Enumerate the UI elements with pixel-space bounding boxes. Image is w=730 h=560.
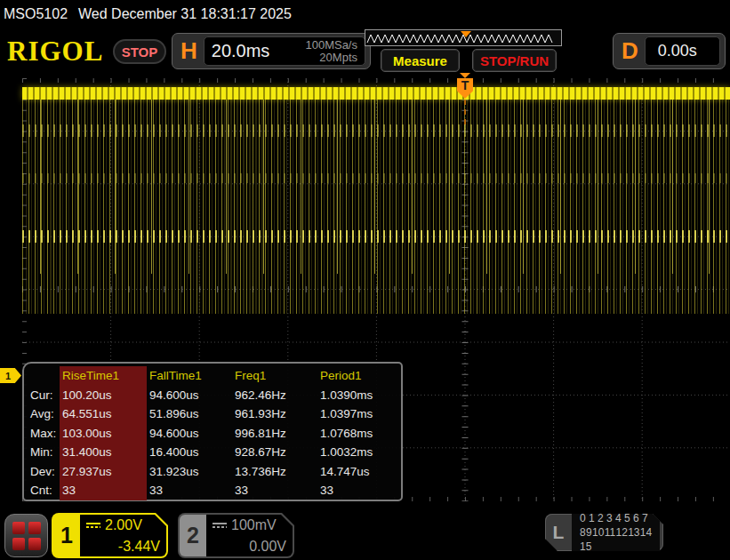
red-square-icon <box>12 538 25 550</box>
meas-value: 94.600us <box>147 386 232 405</box>
meas-row-label: Avg: <box>28 404 60 424</box>
meas-value: 94.600us <box>147 424 232 444</box>
trigger-position-dashed-line <box>464 100 466 124</box>
waveform-overview-strip[interactable] <box>365 29 562 46</box>
meas-value: 33 <box>317 481 403 500</box>
channel-1-scale: 2.00V <box>105 517 142 533</box>
meas-value: 962.46Hz <box>232 386 317 405</box>
dc-coupling-icon <box>213 523 227 528</box>
logic-analyzer-label: L <box>545 522 572 543</box>
channel-2-number: 2 <box>180 515 206 556</box>
meas-value: 33 <box>232 481 317 500</box>
ch1-waveform-top-band <box>22 87 730 100</box>
stop-run-button[interactable]: STOP/RUN <box>472 49 557 72</box>
logic-channel-numbers: 0 1 2 3 4 5 6 7 8 9 10 11 12 13 14 15 <box>572 509 660 556</box>
channel-1-offset: -3.44V <box>86 539 160 555</box>
status-bar: MSO5102 Wed December 31 18:31:17 2025 <box>0 0 730 28</box>
meas-row-label: Cur: <box>28 386 60 405</box>
meas-value: 64.551us <box>60 404 147 424</box>
meas-value: 31.923us <box>147 462 232 482</box>
channel-1-number: 1 <box>53 515 80 556</box>
logic-analyzer-badge[interactable]: L 0 1 2 3 4 5 6 7 8 9 10 11 12 13 14 15 <box>545 514 663 551</box>
meas-value: 961.93Hz <box>232 404 317 424</box>
meas-value: 1.0397ms <box>317 404 403 424</box>
channel-2-offset: 0.00V <box>213 539 286 555</box>
meas-value: 100.20us <box>60 386 147 405</box>
meas-value: 14.747us <box>317 462 403 482</box>
meas-col-header[interactable]: Period1 <box>317 366 403 386</box>
trigger-delay-panel[interactable]: D 0.00s <box>613 33 726 69</box>
ch1-waveform-intensity-band <box>22 173 730 183</box>
ch1-waveform-intensity-band <box>22 124 730 137</box>
meas-value: 103.00us <box>60 424 147 444</box>
meas-value: 27.937us <box>60 462 147 482</box>
datetime: Wed December 31 18:31:17 2025 <box>78 6 292 22</box>
meas-col-header[interactable]: RiseTime1 <box>60 366 147 386</box>
ch1-waveform-endpoints-band <box>22 230 730 243</box>
ch1-offset-marker[interactable]: 1 <box>0 368 21 383</box>
channel-2-scale: 100mV <box>231 517 277 533</box>
meas-row-label: Dev: <box>28 462 60 482</box>
measure-button[interactable]: Measure <box>381 49 460 72</box>
meas-row-label: Min: <box>28 443 60 462</box>
acquisition-status-badge: STOP <box>113 39 166 64</box>
meas-col-header[interactable]: Freq1 <box>232 366 317 386</box>
meas-value: 928.67Hz <box>232 443 317 462</box>
meas-value: 16.400us <box>147 443 232 462</box>
rigol-logo: RIGOL <box>7 36 103 68</box>
meas-value: 1.0032ms <box>317 443 403 462</box>
delay-value: 0.00s <box>653 42 697 60</box>
horizontal-timebase-panel[interactable]: H 20.0ms 100MSa/s 20Mpts <box>172 33 371 69</box>
logic-channels-0-7: 0 1 2 3 4 5 6 7 <box>580 512 648 524</box>
red-square-icon <box>12 522 25 534</box>
meas-value: 1.0390ms <box>317 386 403 405</box>
channel-2-badge[interactable]: 2 100mV 0.00V <box>178 513 294 558</box>
meas-value: 13.736Hz <box>232 462 317 482</box>
meas-value: 1.0768ms <box>317 424 403 444</box>
red-square-icon <box>28 538 41 550</box>
model-name: MSO5102 <box>4 6 68 22</box>
timebase-value: 20.0ms <box>212 41 306 61</box>
meas-corner-cell <box>28 366 60 386</box>
memory-depth: 20Mpts <box>319 51 357 64</box>
oscilloscope-screen: MSO5102 Wed December 31 18:31:17 2025 RI… <box>0 0 730 560</box>
meas-row-label: Cnt: <box>28 481 60 500</box>
quick-menu-button[interactable] <box>4 514 48 557</box>
measurement-table[interactable]: RiseTime1 FallTime1 Freq1 Period1 Cur: 1… <box>22 362 403 501</box>
meas-value: 31.400us <box>60 443 147 462</box>
meas-row-label: Max: <box>28 424 60 444</box>
delay-label: D <box>622 37 638 65</box>
red-square-icon <box>28 522 41 534</box>
horizontal-label: H <box>180 37 197 65</box>
channel-1-badge[interactable]: 1 2.00V -3.44V <box>52 513 168 558</box>
logic-channels-8-15: 8 9 10 11 12 13 14 15 <box>580 526 652 553</box>
meas-value: 996.81Hz <box>232 424 317 444</box>
meas-value: 51.896us <box>147 404 232 424</box>
meas-value: 33 <box>60 481 147 500</box>
sample-rate-and-depth: 100MSa/s 20Mpts <box>305 39 357 64</box>
meas-col-header[interactable]: FallTime1 <box>147 366 232 386</box>
sample-rate: 100MSa/s <box>305 38 357 52</box>
meas-value: 33 <box>147 481 232 500</box>
dc-coupling-icon <box>86 523 100 528</box>
